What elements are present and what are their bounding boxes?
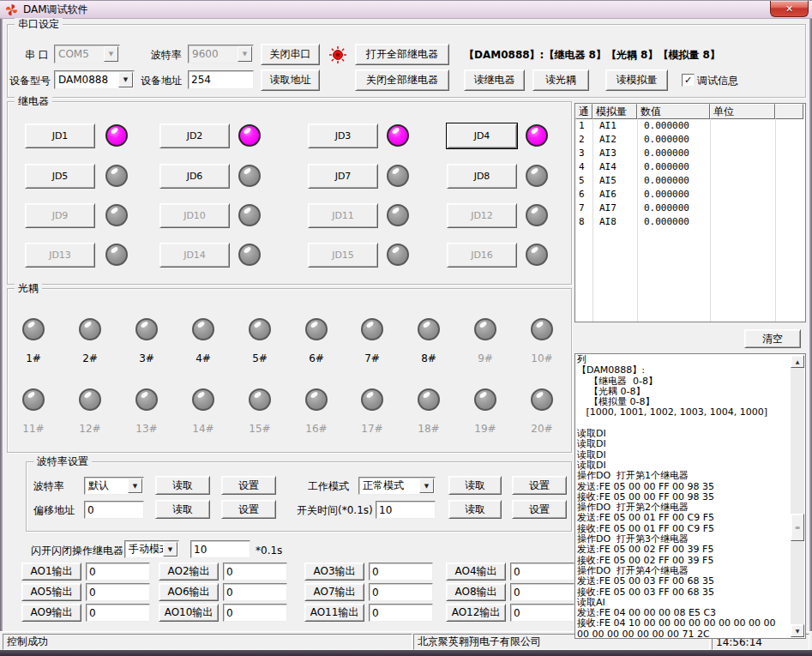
ao-output-input-4[interactable] [510, 563, 574, 581]
ao-output-input-9[interactable] [86, 604, 150, 622]
work-mode-select[interactable]: 正常模式 ▼ [358, 477, 436, 495]
opto-label-16: 16# [299, 423, 334, 435]
relay-button-jd13[interactable]: JD13 [25, 243, 95, 268]
opto-label-1: 1# [16, 352, 51, 364]
scrollbar-thumb[interactable]: ≡ [791, 514, 804, 541]
baudrate-group-title: 波特率设置 [33, 455, 92, 467]
offset-read-button[interactable]: 读取 [155, 500, 210, 519]
ao-output-button-2[interactable]: AO2输出 [159, 563, 219, 581]
debug-info-checkbox[interactable]: ✓ [682, 74, 695, 87]
ao-output-button-12[interactable]: AO12输出 [446, 604, 506, 622]
relay-button-jd14[interactable]: JD14 [159, 243, 230, 268]
ao-output-input-7[interactable] [369, 583, 433, 601]
ao-output-button-9[interactable]: AO9输出 [21, 604, 81, 622]
opto-group-title: 光耦 [15, 282, 42, 294]
relay-button-jd15[interactable]: JD15 [308, 243, 378, 268]
opto-led-3 [135, 318, 158, 340]
close-all-relays-button[interactable]: 关闭全部继电器 [355, 69, 449, 91]
table-cell: AI6 [599, 188, 617, 202]
offset-set-button[interactable]: 设置 [221, 500, 276, 519]
app-icon [5, 3, 18, 16]
relay-led-jd14 [238, 244, 261, 266]
ao-output-input-3[interactable] [369, 563, 433, 581]
device-address-input[interactable] [188, 70, 254, 89]
log-scrollbar[interactable]: ▲ ≡ ▼ [791, 355, 804, 637]
table-header-cell[interactable]: 模拟量 [592, 104, 637, 119]
switch-time-input[interactable] [376, 501, 436, 519]
log-output[interactable]: 列 【DAM0888】: 【继电器 0-8】 【光耦 0-8】 【模拟量 0-8… [577, 355, 790, 637]
analog-table[interactable]: 通模拟量数值单位 1AI10.0000002AI20.0000003AI30.0… [574, 103, 806, 322]
opto-led-10 [531, 318, 553, 340]
relay-button-jd8[interactable]: JD8 [447, 164, 517, 189]
read-relays-button[interactable]: 读继电器 [464, 69, 525, 91]
clear-log-button[interactable]: 清空 [744, 329, 801, 348]
table-header-cell[interactable]: 单位 [710, 104, 775, 119]
switch-time-set-button[interactable]: 设置 [512, 500, 567, 519]
ao-output-button-8[interactable]: AO8输出 [446, 583, 506, 601]
opto-led-11 [22, 388, 45, 411]
close-serial-button[interactable]: 关闭串口 [261, 44, 320, 65]
ao-output-button-1[interactable]: AO1输出 [21, 563, 81, 581]
ao-output-button-3[interactable]: AO3输出 [304, 563, 364, 581]
relay-button-jd6[interactable]: JD6 [159, 164, 230, 189]
offset-address-input[interactable] [84, 501, 144, 519]
opto-label-4: 4# [186, 352, 220, 364]
flash-time-input[interactable] [190, 540, 250, 558]
ao-output-button-5[interactable]: AO5输出 [21, 583, 81, 601]
relay-button-jd2[interactable]: JD2 [159, 123, 230, 148]
ao-output-button-7[interactable]: AO7输出 [304, 583, 364, 601]
table-cell: 3 [579, 147, 585, 160]
ao-output-input-12[interactable] [510, 604, 574, 622]
scroll-down-icon[interactable]: ▼ [791, 624, 804, 637]
read-address-button[interactable]: 读取地址 [261, 69, 320, 91]
ao-output-input-5[interactable] [86, 583, 150, 601]
baudrate-set-button[interactable]: 设置 [221, 476, 276, 495]
relay-button-jd1[interactable]: JD1 [25, 123, 95, 148]
close-button[interactable]: ✕ [770, 1, 809, 17]
relay-button-jd11[interactable]: JD11 [308, 203, 378, 228]
ao-output-button-6[interactable]: AO6输出 [159, 583, 219, 601]
relay-button-jd4[interactable]: JD4 [447, 123, 517, 148]
open-all-relays-button[interactable]: 打开全部继电器 [355, 44, 449, 65]
table-cell: AI5 [599, 174, 617, 188]
relay-button-jd3[interactable]: JD3 [308, 123, 378, 148]
work-mode-set-button[interactable]: 设置 [512, 476, 567, 495]
relay-button-jd9[interactable]: JD9 [25, 203, 95, 228]
ao-output-input-8[interactable] [510, 583, 574, 601]
check-icon: ✓ [684, 75, 692, 85]
table-cell: AI4 [599, 160, 617, 174]
baudrate-select[interactable]: 9600 ▼ [188, 45, 254, 63]
ao-output-button-11[interactable]: AO11输出 [304, 604, 364, 622]
relay-button-jd7[interactable]: JD7 [308, 164, 378, 189]
flash-operate-label: 闪开闪闭操作继电器 [31, 544, 123, 557]
log-panel[interactable]: 列 【DAM0888】: 【继电器 0-8】 【光耦 0-8】 【模拟量 0-8… [574, 353, 806, 639]
switch-time-read-button[interactable]: 读取 [448, 500, 502, 519]
relay-button-jd16[interactable]: JD16 [447, 243, 517, 268]
ao-output-button-10[interactable]: AO10输出 [159, 604, 219, 622]
ao-output-input-11[interactable] [369, 604, 433, 622]
baudrate-setting-select[interactable]: 默认 ▼ [84, 477, 144, 495]
ao-output-input-6[interactable] [223, 583, 287, 601]
flash-mode-select[interactable]: 手动模式 ▼ [124, 540, 179, 558]
ao-output-input-2[interactable] [223, 563, 287, 581]
titlebar[interactable]: DAM调试软件 ✕ [0, 0, 812, 19]
baudrate-read-button[interactable]: 读取 [155, 476, 210, 495]
read-opto-button[interactable]: 读光耦 [532, 69, 589, 91]
ao-output-button-4[interactable]: AO4输出 [446, 563, 506, 581]
work-mode-read-button[interactable]: 读取 [448, 476, 502, 495]
offset-address-label: 偏移地址 [33, 503, 75, 517]
port-select[interactable]: COM5 ▼ [54, 45, 120, 63]
read-analog-button[interactable]: 读模拟量 [605, 69, 668, 91]
device-model-select[interactable]: DAM0888 ▼ [54, 70, 135, 89]
table-header-cell[interactable]: 数值 [637, 104, 710, 119]
ao-output-input-1[interactable] [86, 563, 150, 581]
relay-group: 继电器 JD1JD2JD3JD4JD5JD6JD7JD8JD9JD10JD11J… [7, 101, 572, 285]
table-header-cell[interactable]: 通 [575, 104, 592, 119]
table-header-cell[interactable] [775, 104, 803, 119]
table-cell: 0.000000 [644, 119, 689, 133]
ao-output-input-10[interactable] [223, 604, 287, 622]
relay-button-jd10[interactable]: JD10 [159, 203, 230, 228]
scroll-up-icon[interactable]: ▲ [791, 355, 804, 368]
relay-button-jd12[interactable]: JD12 [447, 203, 517, 228]
relay-button-jd5[interactable]: JD5 [25, 164, 95, 189]
